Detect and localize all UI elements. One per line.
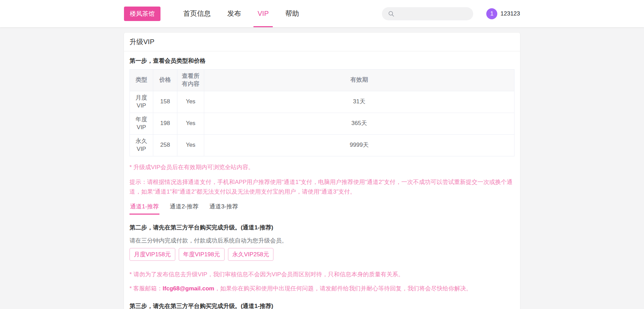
page-main: 升级VIP 第一步，查看会员类型和价格 类型价格查看所有内容有效期 月度VIP1… — [124, 27, 520, 309]
nav-item-home[interactable]: 首页信息 — [175, 0, 219, 27]
channel-tabs: 通道1-推荐通道2-推荐通道3-推荐 — [129, 203, 515, 215]
table-header-row: 类型价格查看所有内容有效期 — [130, 70, 515, 91]
tab-channel-2[interactable]: 通道2-推荐 — [169, 203, 199, 215]
step1-heading: 第一步，查看会员类型和价格 — [129, 57, 515, 65]
price-button-1[interactable]: 月度VIP158元 — [129, 248, 175, 261]
table-cell: 年度VIP — [130, 113, 153, 134]
nav-item-vip[interactable]: VIP — [249, 0, 277, 27]
main-nav: 首页信息发布VIP帮助 — [175, 0, 307, 27]
table-row: 永久VIP258Yes9999天 — [130, 134, 515, 156]
price-buttons: 月度VIP158元年度VIP198元永久VIP258元 — [129, 248, 515, 261]
note-review: * 请勿为了发布信息去升级VIP，我们审核信息不会因为VIP会员而区别对待，只和… — [129, 270, 515, 279]
table-cell: 月度VIP — [130, 91, 153, 113]
upgrade-vip-card: 升级VIP 第一步，查看会员类型和价格 类型价格查看所有内容有效期 月度VIP1… — [124, 33, 520, 309]
table-cell: 永久VIP — [130, 134, 153, 156]
price-button-2[interactable]: 年度VIP198元 — [179, 248, 225, 261]
table-cell: 198 — [153, 113, 177, 134]
note-support-prefix: * 客服邮箱： — [129, 285, 163, 292]
table-cell: Yes — [177, 91, 204, 113]
tab-channel-3[interactable]: 通道3-推荐 — [209, 203, 239, 215]
step2-heading: 第二步，请先在第三方平台购买完成升级。(通道1-推荐) — [129, 224, 515, 231]
table-cell: 365天 — [204, 113, 515, 134]
table-row: 年度VIP198Yes365天 — [130, 113, 515, 134]
table-cell: Yes — [177, 134, 204, 156]
tab-channel-1[interactable]: 通道1-推荐 — [129, 203, 159, 215]
nav-item-help[interactable]: 帮助 — [277, 0, 307, 27]
payment-tip: 提示：请根据情况选择通道支付，手机和APP用户推荐使用“通道1”支付，电脑用户推… — [129, 177, 515, 197]
table-col-header: 有效期 — [204, 70, 515, 91]
search-input[interactable] — [398, 11, 469, 17]
search-icon — [388, 11, 394, 17]
user-menu[interactable]: 1 123123 — [486, 8, 520, 19]
table-row: 月度VIP158Yes31天 — [130, 91, 515, 113]
note-support: * 客服邮箱：lfcg68@gmail.com，如果你在购买和使用中出现任何问题… — [129, 284, 515, 293]
table-cell: 31天 — [204, 91, 515, 113]
note-validity: * 升级成VIP会员后在有效期内可浏览全站内容。 — [129, 163, 515, 172]
search-box[interactable] — [382, 7, 473, 20]
price-button-3[interactable]: 永久VIP258元 — [228, 248, 274, 261]
step3-heading: 第三步，请先在第三方平台购买完成升级。(通道1-推荐) — [129, 302, 515, 309]
table-col-header: 查看所有内容 — [177, 70, 204, 91]
table-col-header: 价格 — [153, 70, 177, 91]
table-cell: 158 — [153, 91, 177, 113]
table-cell: Yes — [177, 113, 204, 134]
site-logo[interactable]: 楼凤茶馆 — [124, 7, 160, 21]
username: 123123 — [500, 10, 520, 17]
support-email: lfcg68@gmail.com — [163, 285, 214, 292]
note-support-suffix: ，如果你在购买和使用中出现任何问题，请发邮件给我们并耐心等待回复，我们将会尽快给… — [214, 285, 472, 292]
upgrade-card-title: 升级VIP — [124, 33, 520, 51]
vip-price-table: 类型价格查看所有内容有效期 月度VIP158Yes31天年度VIP198Yes3… — [129, 69, 515, 156]
avatar[interactable]: 1 — [486, 8, 497, 19]
site-header: 楼凤茶馆 首页信息发布VIP帮助 1 123123 — [0, 0, 644, 27]
nav-item-publish[interactable]: 发布 — [219, 0, 249, 27]
table-col-header: 类型 — [130, 70, 153, 91]
table-cell: 258 — [153, 134, 177, 156]
step2-desc: 请在三分钟内完成付款，付款成功后系统自动为您升级会员。 — [129, 237, 515, 245]
table-cell: 9999天 — [204, 134, 515, 156]
